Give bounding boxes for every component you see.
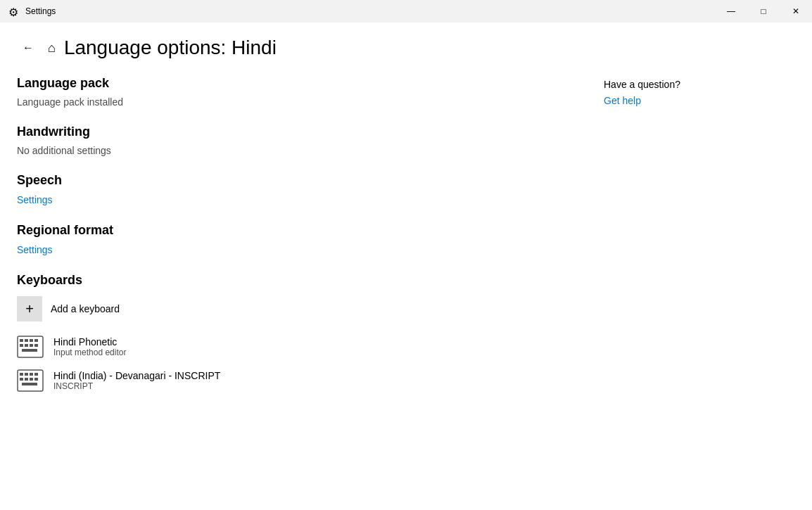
page-header: ← ⌂ Language options: Hindi [17, 23, 570, 76]
maximize-button[interactable]: □ [747, 0, 780, 23]
sidebar-right: Have a question? Get help [587, 23, 812, 510]
close-button[interactable]: ✕ [780, 0, 812, 23]
svg-rect-4 [34, 339, 38, 342]
svg-rect-7 [30, 344, 33, 347]
svg-rect-3 [30, 339, 33, 342]
svg-rect-14 [34, 373, 38, 376]
svg-rect-6 [25, 344, 28, 347]
keyboard-icon-hindi-phonetic [17, 336, 44, 358]
title-bar: ⚙ Settings — □ ✕ [0, 0, 812, 23]
svg-rect-15 [20, 378, 23, 381]
keyboard-info-hindi-inscript: Hindi (India) - Devanagari - INSCRIPT IN… [53, 370, 220, 391]
back-arrow-icon: ← [23, 42, 34, 54]
keyboard-type-hindi-inscript: INSCRIPT [53, 381, 220, 391]
keyboards-section: Keyboards + Add a keyboard [17, 273, 570, 392]
svg-rect-2 [25, 339, 28, 342]
back-button[interactable]: ← [17, 37, 39, 59]
svg-rect-12 [25, 373, 28, 376]
language-pack-description: Language pack installed [17, 96, 570, 108]
handwriting-title: Handwriting [17, 125, 570, 139]
get-help-link[interactable]: Get help [604, 95, 641, 106]
speech-section: Speech Settings [17, 173, 570, 206]
home-icon: ⌂ [48, 41, 56, 56]
add-keyboard-label: Add a keyboard [51, 303, 120, 314]
svg-rect-9 [22, 349, 37, 352]
handwriting-no-settings: No additional settings [17, 145, 570, 156]
keyboard-name-hindi-phonetic: Hindi Phonetic [53, 336, 126, 348]
keyboard-info-hindi-phonetic: Hindi Phonetic Input method editor [53, 336, 126, 357]
svg-rect-17 [30, 378, 33, 381]
regional-format-title: Regional format [17, 223, 570, 238]
svg-rect-19 [22, 383, 37, 385]
keyboard-item-hindi-inscript: Hindi (India) - Devanagari - INSCRIPT IN… [17, 369, 570, 392]
regional-format-section: Regional format Settings [17, 223, 570, 256]
content-area: ← ⌂ Language options: Hindi Language pac… [0, 23, 812, 510]
add-keyboard-button[interactable]: + Add a keyboard [17, 293, 570, 324]
language-pack-title: Language pack [17, 76, 570, 91]
keyboards-title: Keyboards [17, 273, 570, 288]
svg-rect-13 [30, 373, 33, 376]
svg-rect-11 [20, 373, 23, 376]
language-pack-section: Language pack Language pack installed [17, 76, 570, 108]
minimize-button[interactable]: — [715, 0, 747, 23]
svg-rect-5 [20, 344, 23, 347]
add-icon: + [17, 296, 42, 321]
svg-rect-16 [25, 378, 28, 381]
regional-settings-link[interactable]: Settings [17, 244, 53, 255]
title-bar-left: ⚙ Settings [8, 6, 56, 17]
svg-rect-18 [34, 378, 38, 381]
title-bar-controls: — □ ✕ [715, 0, 812, 23]
svg-rect-1 [20, 339, 23, 342]
keyboard-item-hindi-phonetic: Hindi Phonetic Input method editor [17, 336, 570, 358]
speech-title: Speech [17, 173, 570, 188]
keyboard-type-hindi-phonetic: Input method editor [53, 348, 126, 357]
have-question-text: Have a question? [604, 79, 795, 90]
main-content: ← ⌂ Language options: Hindi Language pac… [0, 23, 587, 510]
keyboard-name-hindi-inscript: Hindi (India) - Devanagari - INSCRIPT [53, 370, 220, 381]
settings-window: ⚙ Settings — □ ✕ ← ⌂ Language options: H… [0, 0, 812, 510]
app-icon: ⚙ [8, 6, 20, 17]
handwriting-section: Handwriting No additional settings [17, 125, 570, 156]
speech-settings-link[interactable]: Settings [17, 194, 53, 205]
svg-rect-8 [34, 344, 38, 347]
keyboard-icon-hindi-inscript [17, 369, 44, 392]
window-title: Settings [25, 6, 56, 16]
page-title: Language options: Hindi [64, 37, 277, 59]
home-icon-wrapper: ⌂ [48, 41, 56, 56]
